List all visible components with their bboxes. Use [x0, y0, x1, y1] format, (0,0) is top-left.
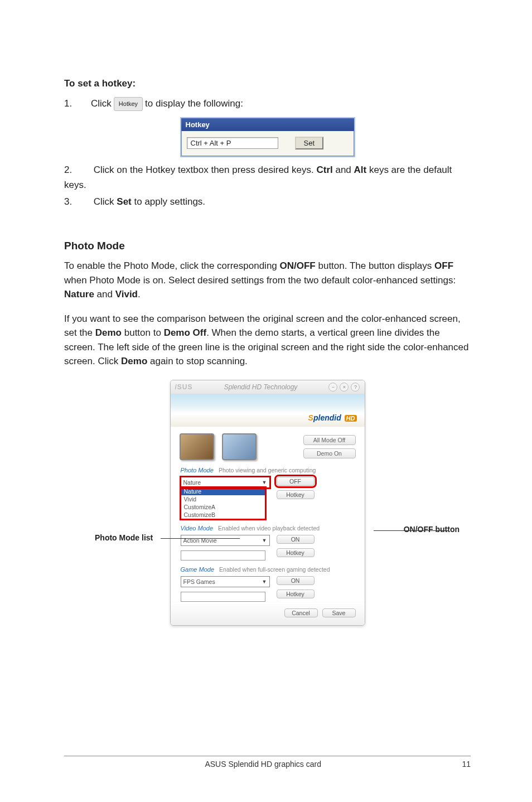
step-2-bold-alt: Alt — [354, 165, 367, 175]
step-3-text-c: to apply settings. — [132, 196, 205, 207]
p1f: Nature — [64, 289, 94, 299]
game-mode-dropdown[interactable]: FPS Games ▼ — [181, 576, 270, 587]
save-button[interactable]: Save — [322, 608, 356, 617]
app-footer: Cancel Save — [171, 603, 365, 625]
step-2-mid: and — [333, 165, 354, 175]
video-mode-section: Video Mode Enabled when video playback d… — [171, 521, 365, 563]
hotkey-dialog-title: Hotkey — [181, 118, 354, 131]
hotkey-inline-button[interactable]: Hotkey — [114, 97, 143, 111]
thumbnail-2[interactable] — [222, 433, 257, 460]
chevron-down-icon: ▼ — [262, 480, 267, 485]
photo-mode-section: Photo Mode Photo viewing and generic com… — [171, 463, 365, 521]
callout-line-left — [161, 538, 240, 539]
step-2-bold-ctrl: Ctrl — [316, 165, 332, 175]
app-titlebar: /SUS Splendid HD Technology − × ? — [171, 380, 365, 394]
step-1: 1. Click Hotkey to display the following… — [64, 95, 471, 113]
p2d: Demo Off — [164, 327, 207, 338]
game-hotkey-button[interactable]: Hotkey — [277, 590, 315, 598]
video-mode-label: Video Mode — [181, 525, 214, 532]
game-mode-textbox[interactable] — [181, 592, 265, 602]
game-mode-desc: Enabled when full-screen gaming detected — [219, 566, 330, 573]
app-window-title: Splendid HD Technology — [224, 383, 298, 391]
video-mode-textbox[interactable] — [181, 550, 265, 561]
logo-rest: plendid — [313, 413, 344, 422]
step-3-bold-set: Set — [117, 196, 131, 207]
help-icon[interactable]: ? — [351, 383, 360, 392]
app-banner: Splendid HD — [171, 394, 365, 427]
p1b: ON/OFF — [280, 260, 316, 271]
page-number: 11 — [462, 760, 471, 769]
game-mode-label: Game Mode — [181, 566, 215, 573]
photo-mode-dropdown[interactable]: Nature ▼ — [181, 477, 270, 488]
p2b: Demo — [95, 327, 122, 338]
p1g: and — [94, 289, 115, 299]
logo-hd: HD — [345, 415, 357, 422]
photo-mode-label: Photo Mode — [181, 467, 214, 474]
hotkey-dialog: Hotkey Ctrl + Alt + P Set — [180, 117, 355, 157]
video-onoff-button[interactable]: ON — [277, 535, 315, 544]
game-mode-dropdown-value: FPS Games — [183, 578, 215, 585]
set-button[interactable]: Set — [295, 137, 324, 149]
photo-option-customizeb[interactable]: CustomizeB — [181, 511, 265, 519]
photo-option-customizea[interactable]: CustomizeA — [181, 503, 265, 511]
step-3: 3. Click Set to apply settings. — [64, 195, 471, 209]
page-footer: ASUS Splendid HD graphics card 11 — [64, 756, 471, 769]
splendid-app-window: /SUS Splendid HD Technology − × ? Splend… — [170, 380, 365, 626]
photo-mode-desc: Photo viewing and generic computing — [219, 467, 316, 474]
all-mode-off-button[interactable]: All Mode Off — [303, 435, 356, 445]
photo-mode-dropdown-list[interactable]: Nature Vivid CustomizeA CustomizeB — [181, 487, 265, 519]
p2g: again to stop scanning. — [147, 356, 248, 366]
close-icon[interactable]: × — [340, 383, 349, 392]
step-1-text-a: Click — [91, 95, 112, 113]
step-2: 2. Click on the Hotkey textbox then pres… — [64, 163, 471, 192]
game-onoff-button[interactable]: ON — [277, 576, 315, 585]
game-mode-section: Game Mode Enabled when full-screen gamin… — [171, 563, 365, 602]
step-2-number: 2. — [64, 163, 91, 177]
hotkey-textbox[interactable]: Ctrl + Alt + P — [187, 137, 278, 149]
step-3-text-a: Click — [94, 196, 117, 207]
asus-logo-text: /SUS — [175, 383, 193, 391]
p1c: button. The button displays — [316, 260, 434, 271]
splendid-app-figure: Photo Mode list ON/OFF button /SUS Splen… — [64, 380, 471, 626]
p1a: To enable the Photo Mode, click the corr… — [64, 260, 280, 271]
footer-center-text: ASUS Splendid HD graphics card — [205, 760, 321, 769]
video-hotkey-button[interactable]: Hotkey — [277, 548, 315, 557]
thumbnail-1[interactable] — [180, 433, 214, 460]
step-3-number: 3. — [64, 195, 91, 209]
photo-mode-heading: Photo Mode — [64, 240, 471, 252]
photo-mode-para-1: To enable the Photo Mode, click the corr… — [64, 259, 471, 302]
callout-onoff-button: ON/OFF button — [404, 525, 460, 534]
p2f: Demo — [121, 356, 147, 366]
hotkey-section-heading: To set a hotkey: — [64, 78, 471, 89]
p1h: Vivid — [115, 289, 138, 299]
photo-mode-dropdown-value: Nature — [183, 479, 201, 486]
video-mode-desc: Enabled when video playback detected — [218, 525, 320, 532]
cancel-button[interactable]: Cancel — [284, 608, 318, 617]
callout-line-right — [374, 530, 449, 531]
callout-photo-mode-list: Photo Mode list — [95, 533, 153, 542]
photo-onoff-button[interactable]: OFF — [277, 477, 315, 486]
photo-option-nature[interactable]: Nature — [181, 487, 265, 495]
demo-on-button[interactable]: Demo On — [303, 448, 356, 458]
p1i: . — [138, 289, 141, 299]
step-1-number: 1. — [64, 95, 91, 113]
p1e: when Photo Mode is on. Select desired se… — [64, 275, 456, 286]
step-2-text-a: Click on the Hotkey textbox then press d… — [94, 165, 317, 175]
p2c: button to — [122, 327, 164, 338]
minimize-icon[interactable]: − — [328, 383, 337, 392]
photo-mode-para-2: If you want to see the comparison betwee… — [64, 312, 471, 369]
p1d: OFF — [434, 260, 453, 271]
step-1-text-b: to display the following: — [145, 95, 243, 113]
photo-option-vivid[interactable]: Vivid — [181, 495, 265, 503]
photo-hotkey-button[interactable]: Hotkey — [277, 490, 315, 499]
splendid-logo: Splendid HD — [308, 413, 357, 422]
chevron-down-icon: ▼ — [262, 579, 267, 584]
video-mode-dropdown[interactable]: Action Movie ▼ — [181, 535, 270, 546]
chevron-down-icon: ▼ — [262, 538, 267, 543]
logo-s: S — [308, 413, 313, 422]
app-thumb-row: All Mode Off Demo On — [171, 427, 365, 463]
